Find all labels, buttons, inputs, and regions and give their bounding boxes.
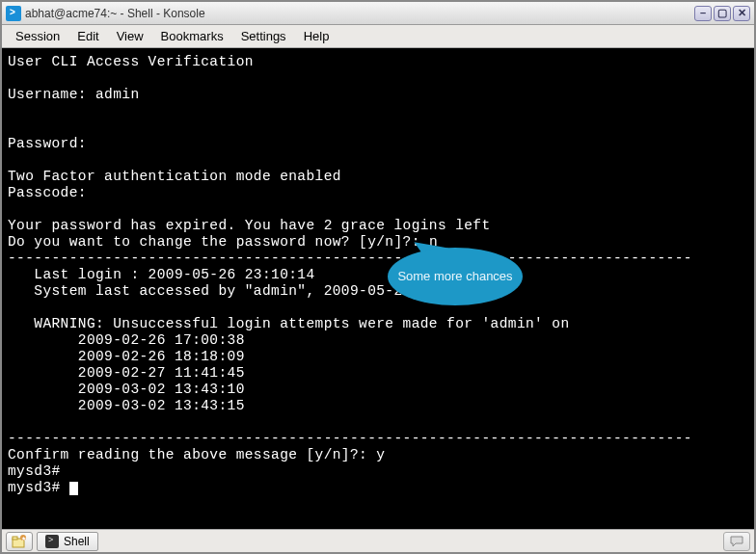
terminal-line: Passcode: [8, 185, 87, 200]
konsole-window: abhat@acme74:~ - Shell - Konsole – ▢ ✕ S… [0, 0, 756, 554]
terminal-line: Password: [8, 136, 87, 151]
terminal-line: 2009-02-26 18:18:09 [8, 349, 245, 364]
terminal-line: User CLI Access Verification [8, 54, 254, 69]
terminal-line: Two Factor authentication mode enabled [8, 169, 341, 184]
menubar: Session Edit View Bookmarks Settings Hel… [2, 25, 754, 48]
terminal-line: WARNING: Unsuccessful login attempts wer… [8, 316, 570, 331]
maximize-button[interactable]: ▢ [714, 6, 731, 21]
speech-bubble-icon [729, 536, 744, 547]
terminal-prompt: mysd3# [8, 480, 78, 495]
tab-label: Shell [64, 535, 90, 548]
terminal-hr: ----------------------------------------… [8, 251, 692, 266]
minimize-button[interactable]: – [694, 6, 712, 21]
terminal[interactable]: User CLI Access Verification Username: a… [2, 48, 754, 529]
menu-help[interactable]: Help [296, 27, 338, 45]
tab-shell[interactable]: Shell [37, 532, 98, 551]
cursor [69, 482, 78, 495]
terminal-line: Do you want to change the password now? … [8, 234, 438, 250]
menu-view[interactable]: View [109, 27, 151, 45]
terminal-prompt: mysd3# [8, 463, 61, 479]
terminal-line: Last login : 2009-05-26 23:10:14 [8, 267, 315, 282]
new-tab-button[interactable]: ★ [6, 532, 33, 551]
menu-settings[interactable]: Settings [233, 27, 294, 45]
titlebar[interactable]: abhat@acme74:~ - Shell - Konsole – ▢ ✕ [2, 2, 754, 25]
statusbar-right-button[interactable] [723, 532, 750, 551]
terminal-line: 2009-02-27 11:41:45 [8, 365, 245, 381]
menu-edit[interactable]: Edit [69, 27, 106, 45]
svg-text:★: ★ [21, 535, 26, 541]
menu-session[interactable]: Session [8, 27, 68, 45]
callout-text: Some more chances [397, 269, 512, 284]
menu-bookmarks[interactable]: Bookmarks [153, 27, 231, 45]
shell-tab-icon [45, 535, 59, 548]
terminal-line: Confirm reading the above message [y/n]?… [8, 447, 385, 462]
close-button[interactable]: ✕ [733, 6, 750, 21]
terminal-line: Your password has expired. You have 2 gr… [8, 218, 491, 233]
terminal-line: Username: admin [8, 87, 140, 102]
terminal-line: 2009-03-02 13:43:15 [8, 398, 245, 413]
terminal-hr: ----------------------------------------… [8, 431, 692, 446]
statusbar: ★ Shell [2, 529, 754, 552]
app-icon [6, 6, 21, 21]
new-tab-icon: ★ [12, 535, 27, 548]
terminal-line: 2009-02-26 17:00:38 [8, 332, 245, 348]
terminal-line: System last accessed by "admin", 2009-05… [8, 283, 491, 299]
terminal-line: 2009-03-02 13:43:10 [8, 382, 245, 397]
window-title: abhat@acme74:~ - Shell - Konsole [25, 7, 694, 20]
svg-rect-1 [13, 537, 17, 540]
